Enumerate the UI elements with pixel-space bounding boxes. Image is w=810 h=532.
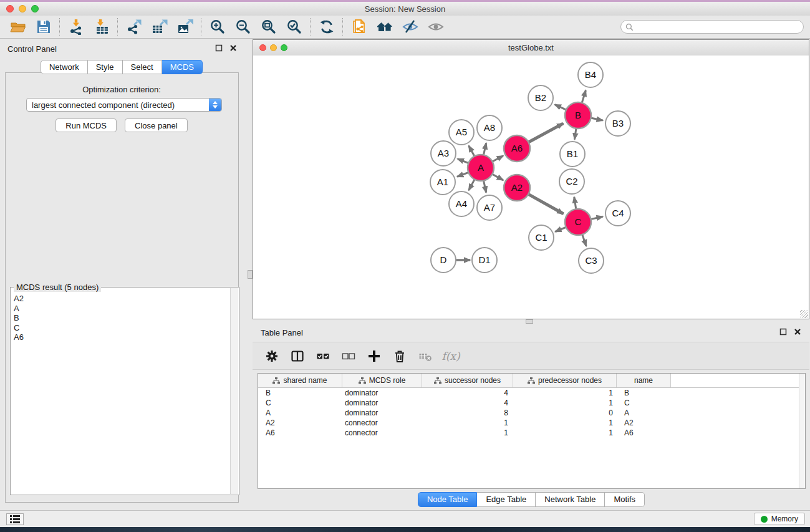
column-header-MCDS-role[interactable]: MCDS role (342, 374, 422, 387)
tab-style[interactable]: Style (88, 60, 123, 74)
vertical-split-handle[interactable] (248, 270, 253, 279)
node-C1[interactable]: C1 (529, 225, 554, 250)
tab-node-table[interactable]: Node Table (418, 492, 478, 507)
node-label: B3 (612, 118, 624, 128)
task-history-button[interactable] (6, 513, 24, 525)
node-label: B2 (535, 92, 546, 103)
node-B1[interactable]: B1 (560, 142, 585, 167)
gear-icon[interactable] (264, 349, 280, 364)
function-builder-icon[interactable]: f(x) (443, 349, 459, 364)
table-cell: C (258, 399, 342, 407)
column-header-name[interactable]: name (617, 374, 671, 387)
mcds-result-item[interactable]: A2 (14, 294, 230, 304)
horizontal-split-handle[interactable] (526, 319, 533, 324)
optimization-criterion-select[interactable]: largest connected component (directed) (26, 98, 222, 112)
export-table-icon[interactable] (147, 17, 172, 36)
mcds-result-item[interactable]: A6 (14, 332, 230, 342)
zoom-out-icon[interactable] (230, 17, 256, 36)
mcds-result-item[interactable]: A (14, 304, 230, 314)
node-A3[interactable]: A3 (431, 141, 456, 166)
titlebar: Session: New Session (0, 2, 810, 16)
zoom-in-icon[interactable] (205, 17, 230, 36)
node-C2[interactable]: C2 (559, 169, 584, 194)
hide-details-eye-slash-icon[interactable] (397, 17, 423, 36)
delete-row-icon[interactable] (392, 349, 408, 364)
result-scrollbar[interactable] (230, 288, 238, 494)
open-file-icon[interactable] (5, 17, 31, 36)
export-network-icon[interactable] (121, 17, 147, 36)
column-header-successor-nodes[interactable]: successor nodes (422, 374, 513, 387)
table-row[interactable]: Adominator80A (258, 408, 805, 418)
mcds-result-item[interactable]: C (14, 323, 230, 333)
save-session-icon[interactable] (31, 17, 56, 36)
network-minimize-button[interactable] (270, 44, 277, 51)
table-row[interactable]: Cdominator41C (258, 398, 805, 408)
resize-grip[interactable] (800, 310, 808, 318)
desktop-background-strip (0, 527, 810, 532)
tab-network[interactable]: Network (41, 60, 88, 74)
columns-icon[interactable] (289, 349, 306, 364)
node-B2[interactable]: B2 (528, 85, 553, 110)
zoom-fit-icon[interactable] (256, 17, 281, 36)
edge-A2-C[interactable] (527, 193, 564, 214)
tab-mcds[interactable]: MCDS (162, 60, 203, 74)
node-C4[interactable]: C4 (605, 201, 630, 226)
node-A4[interactable]: A4 (449, 191, 474, 216)
table-cell: A2 (258, 418, 342, 427)
node-A2[interactable]: A2 (504, 175, 530, 201)
tab-network-table[interactable]: Network Table (536, 492, 605, 507)
node-C3[interactable]: C3 (579, 248, 604, 273)
close-panel-icon[interactable] (229, 44, 237, 52)
network-canvas[interactable]: AA1A2A3A4A5A6A7A8BB1B2B3B4CC1C2C3C4DD1 (253, 56, 809, 319)
table-row[interactable]: A2connector11A2 (258, 418, 805, 428)
refresh-icon[interactable] (314, 17, 339, 36)
houses-icon[interactable] (372, 17, 397, 36)
node-A8[interactable]: A8 (477, 115, 502, 140)
network-close-button[interactable] (259, 44, 266, 51)
deselect-all-icon[interactable] (340, 349, 357, 364)
node-B4[interactable]: B4 (578, 62, 603, 87)
column-label: MCDS role (369, 376, 406, 385)
float-panel-icon[interactable] (215, 44, 223, 52)
delete-table-icon[interactable] (417, 349, 433, 364)
close-panel-button[interactable]: Close panel (125, 118, 188, 132)
network-maximize-button[interactable] (281, 44, 287, 51)
column-header-predecessor-nodes[interactable]: predecessor nodes (513, 374, 617, 387)
node-C[interactable]: C (565, 209, 591, 235)
new-network-from-file-icon[interactable] (346, 17, 372, 36)
export-image-icon[interactable] (172, 17, 198, 36)
node-B[interactable]: B (565, 102, 591, 128)
edge-A6-B[interactable] (527, 123, 563, 143)
tab-select[interactable]: Select (123, 60, 162, 74)
show-details-eye-icon[interactable] (423, 17, 448, 36)
close-panel-icon[interactable] (794, 328, 801, 336)
node-B3[interactable]: B3 (605, 111, 630, 136)
node-A7[interactable]: A7 (477, 195, 502, 220)
table-scrollbar[interactable] (799, 374, 805, 488)
import-network-icon[interactable] (63, 17, 89, 36)
tab-motifs[interactable]: Motifs (605, 492, 645, 507)
node-A[interactable]: A (468, 155, 494, 181)
node-A5[interactable]: A5 (449, 120, 474, 145)
add-row-icon[interactable] (366, 349, 382, 364)
search-input[interactable] (634, 22, 803, 32)
select-all-icon[interactable] (315, 349, 331, 364)
float-panel-icon[interactable] (779, 328, 787, 336)
table-row[interactable]: A6connector11A6 (258, 428, 805, 438)
table-row[interactable]: Bdominator41B (258, 388, 805, 398)
node-label: A (478, 162, 484, 173)
node-D[interactable]: D (431, 248, 456, 273)
run-mcds-button[interactable]: Run MCDS (55, 118, 117, 132)
mcds-result-item[interactable]: B (14, 313, 230, 323)
import-table-icon[interactable] (89, 17, 114, 36)
tab-edge-table[interactable]: Edge Table (477, 492, 536, 507)
node-A1[interactable]: A1 (430, 170, 455, 195)
node-label: C1 (535, 232, 547, 243)
search-field[interactable] (620, 20, 804, 34)
table-cell: C (617, 399, 671, 407)
memory-button[interactable]: Memory (754, 513, 805, 525)
node-D1[interactable]: D1 (472, 248, 497, 273)
zoom-selected-icon[interactable] (281, 17, 307, 36)
column-header-shared-name[interactable]: shared name (258, 374, 342, 387)
node-A6[interactable]: A6 (504, 135, 530, 162)
